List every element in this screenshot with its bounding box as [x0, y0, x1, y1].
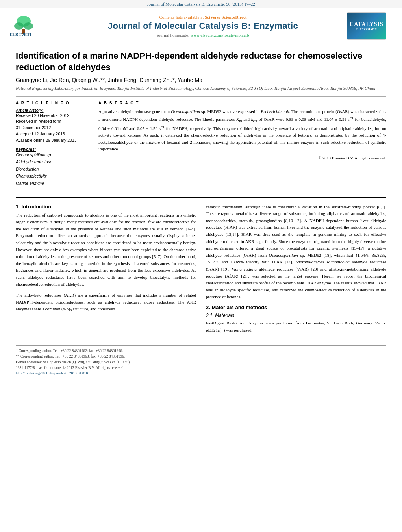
abstract-title: A B S T R A C T — [98, 101, 386, 105]
double-star-note: ** Corresponding author. Tel.: +86 22 84… — [16, 354, 386, 359]
svg-point-3 — [24, 22, 33, 30]
svg-text:ELSEVIER: ELSEVIER — [10, 32, 31, 37]
received-date: Received 20 November 2012 — [16, 113, 89, 119]
section21-para: FastDigest Restriction Enzymes were purc… — [206, 320, 386, 334]
abstract-text: A putative aldehyde reductase gene from … — [98, 108, 386, 153]
section1-heading: 1. Introduction — [16, 204, 196, 209]
catalysis-logo: CATALYSIS B: ENZYMATIC — [347, 12, 386, 40]
col-right: catalytic mechanism, although there is c… — [206, 204, 386, 338]
copyright-text: © 2013 Elsevier B.V. All rights reserved… — [98, 156, 386, 160]
section2-heading: 2. Materials and methods — [206, 304, 386, 310]
section1-para1: The reduction of carbonyl compounds to a… — [16, 212, 196, 288]
main-content: Identification of a marine NADPH-depende… — [0, 44, 402, 384]
issn-note: 1381-1177/$ – see front matter © 2013 El… — [16, 365, 386, 371]
journal-homepage: journal homepage: www.elsevier.com/locat… — [59, 33, 347, 37]
article-footer: * Corresponding author. Tel.: +86 22 848… — [16, 345, 386, 376]
abstract-section: A B S T R A C T A putative aldehyde redu… — [98, 101, 386, 191]
section1-para2: The aldo–keto reductases (AKR) are a sup… — [16, 292, 196, 313]
section21-heading: 2.1. Materials — [206, 313, 386, 318]
svg-point-2 — [14, 22, 24, 30]
section1-right-para1: catalytic mechanism, although there is c… — [206, 204, 386, 300]
email-note: E-mail addresses: wu_qq@tib.cas.cn (Q. W… — [16, 360, 386, 365]
available-date: Available online 29 January 2013 — [16, 137, 89, 144]
history-label: Article history: — [16, 108, 89, 113]
affiliation: National Engineering Laboratory for Indu… — [16, 85, 386, 92]
journal-title-header: Journal of Molecular Catalysis B: Enzyma… — [59, 21, 347, 31]
doi-link[interactable]: http://dx.doi.org/10.1016/j.molcatb.2013… — [16, 371, 386, 376]
header-area: ELSEVIER Contents lists available at Sci… — [0, 8, 402, 44]
keywords-label: Keywords: — [16, 147, 89, 152]
journal-top-text: Journal of Molecular Catalysis B: Enzyma… — [147, 2, 255, 6]
divider-1 — [16, 96, 386, 97]
journal-top-bar: Journal of Molecular Catalysis B: Enzyma… — [0, 0, 402, 8]
authors: Guangyue Li, Jie Ren, Qiaqing Wu**, Jinh… — [16, 77, 386, 83]
keywords-list: Oceanospirillum sp. Aldehyde reductase B… — [16, 152, 89, 187]
article-info: A R T I C L E I N F O Article history: R… — [16, 101, 89, 191]
article-info-title: A R T I C L E I N F O — [16, 101, 89, 105]
header-left: ELSEVIER — [8, 13, 59, 39]
info-abstract-section: A R T I C L E I N F O Article history: R… — [16, 101, 386, 191]
received-revised-date: 31 December 2012 — [16, 125, 89, 131]
article-title: Identification of a marine NADPH-depende… — [16, 50, 386, 73]
header-center: Contents lists available at SciVerse Sci… — [59, 15, 347, 37]
elsevier-logo-svg: ELSEVIER — [8, 13, 51, 37]
page-wrapper: Journal of Molecular Catalysis B: Enzyma… — [0, 0, 402, 532]
star-note: * Corresponding author. Tel.: +86 22 848… — [16, 348, 386, 354]
accepted-date: Accepted 12 January 2013 — [16, 131, 89, 137]
two-col-body: 1. Introduction The reduction of carbony… — [16, 204, 386, 338]
body-divider — [16, 197, 386, 198]
history-block: Article history: Received 20 November 20… — [16, 108, 89, 144]
header-right: CATALYSIS B: ENZYMATIC — [347, 12, 394, 40]
received-revised-label: Received in revised form — [16, 119, 89, 125]
sciverse-link: Contents lists available at SciVerse Sci… — [59, 15, 347, 19]
col-left: 1. Introduction The reduction of carbony… — [16, 204, 196, 338]
keywords-block: Keywords: Oceanospirillum sp. Aldehyde r… — [16, 147, 89, 187]
